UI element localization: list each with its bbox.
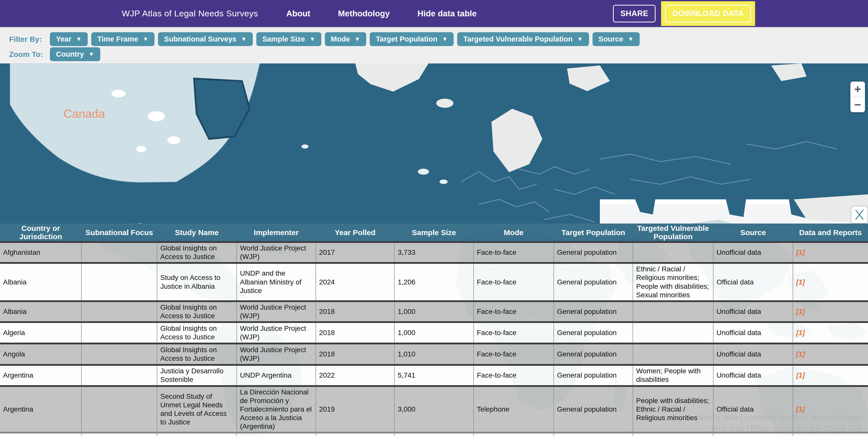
cell-tvp: [633, 301, 713, 322]
zoom-to-country-dropdown[interactable]: Country▼: [50, 47, 100, 61]
map-zoom-in-button[interactable]: +: [850, 81, 865, 97]
cell-year: 2018: [316, 344, 395, 365]
table-row: ArgentinaJusticia y Desarrollo Sostenibl…: [0, 365, 868, 386]
nav-methodology[interactable]: Methodology: [338, 9, 390, 19]
download-data-button[interactable]: DOWNLOAD DATA: [665, 5, 751, 23]
chevron-down-icon: ▼: [89, 52, 94, 57]
filter-bar: Filter By: Year▼ Time Frame▼ Subnational…: [0, 28, 868, 63]
cell-sample: 1,010: [395, 344, 473, 365]
chevron-down-icon: ▼: [76, 36, 82, 42]
cell-source: Unofficial data: [713, 322, 793, 344]
close-icon: [855, 209, 864, 221]
filter-targeted-vulnerable-population-dropdown[interactable]: Targeted Vulnerable Population▼: [457, 32, 589, 46]
report-link[interactable]: [1]: [796, 278, 805, 286]
cell-study: Global Insights on Access to Justice: [157, 322, 237, 344]
cell-year: 2019: [316, 386, 395, 433]
report-link[interactable]: [1]: [796, 248, 805, 256]
cell-country: Argentina: [0, 365, 82, 386]
table-row: AlgeriaGlobal Insights on Access to Just…: [0, 322, 868, 344]
cell-mode: Telephone: [473, 386, 554, 433]
col-source: Source: [713, 224, 793, 242]
cell-subnational: [82, 386, 157, 433]
filter-sample-size-dropdown[interactable]: Sample Size▼: [256, 32, 321, 46]
cell-subnational: [82, 301, 157, 322]
cell-report: [1]: [793, 433, 868, 436]
cell-report: [1]: [793, 301, 868, 322]
cell-source: Official data: [713, 386, 793, 433]
filter-target-population-dropdown[interactable]: Target Population▼: [370, 32, 454, 46]
cell-target: General population: [554, 322, 633, 344]
report-link[interactable]: [1]: [796, 329, 805, 337]
cell-target: General population: [554, 263, 633, 301]
cell-implementer: La Dirección Nacional de Promoción y For…: [237, 386, 316, 433]
cell-source: Unofficial data: [713, 242, 793, 263]
share-button[interactable]: SHARE: [613, 5, 655, 23]
cell-country: Albania: [0, 301, 82, 322]
report-link[interactable]: [1]: [796, 308, 805, 315]
chevron-down-icon: ▼: [577, 36, 583, 42]
col-subnational-focus: Subnational Focus: [82, 224, 157, 242]
cell-report: [1]: [793, 263, 868, 301]
cell-study: Global Insights on Access to Justice: [157, 242, 237, 263]
app-header: WJP Atlas of Legal Needs Surveys About M…: [0, 0, 868, 28]
chevron-down-icon: ▼: [442, 36, 448, 42]
col-sample-size: Sample Size: [395, 224, 473, 242]
table-row: AfghanistanGlobal Insights on Access to …: [0, 242, 868, 263]
cell-source: Unofficial data: [713, 344, 793, 365]
close-table-button[interactable]: [851, 206, 868, 224]
table-row: AlbaniaStudy on Access to Justice in Alb…: [0, 263, 868, 301]
cell-mode: Face-to-face: [473, 433, 554, 436]
cell-mode: Face-to-face: [473, 344, 554, 365]
app-title: WJP Atlas of Legal Needs Surveys: [122, 8, 258, 19]
table-row: ArgentinaAccess to Justice and Condition…: [0, 433, 868, 436]
cell-tvp: [633, 322, 713, 344]
cell-mode: Face-to-face: [473, 301, 554, 322]
surveys-table: Country or Jurisdiction Subnational Focu…: [0, 224, 868, 436]
cell-report: [1]: [793, 386, 868, 433]
cell-country: Angola: [0, 344, 82, 365]
cell-target: General population: [554, 301, 633, 322]
app-window: Canada + − WJP Atlas of Legal Needs Surv…: [0, 0, 868, 436]
map-zoom-control: + −: [850, 81, 865, 112]
cell-tvp: Ethnic / Racial / Religious minorities; …: [633, 263, 713, 301]
cell-target: General population: [554, 242, 633, 263]
report-link[interactable]: [1]: [796, 350, 805, 358]
filter-subnational-dropdown[interactable]: Subnational Surveys▼: [158, 32, 253, 46]
cell-report: [1]: [793, 242, 868, 263]
report-link[interactable]: [1]: [796, 405, 805, 413]
header-buttons: SHARE DOWNLOAD DATA: [613, 1, 755, 26]
filter-year-dropdown[interactable]: Year▼: [50, 32, 88, 46]
cell-tvp: Women: [633, 433, 713, 436]
cell-study: Justicia y Desarrollo Sostenible: [157, 365, 237, 386]
download-highlight-box: DOWNLOAD DATA: [661, 1, 755, 26]
cell-study: Second Study of Unmet Legal Needs and Le…: [157, 386, 237, 433]
cell-sample: 5,741: [395, 365, 473, 386]
cell-tvp: People with disabilities; Ethnic / Racia…: [633, 386, 713, 433]
cell-study: Study on Access to Justice in Albania: [157, 263, 237, 301]
col-targeted-vulnerable-population: Targeted Vulnerable Population: [633, 224, 713, 242]
table-row: AlbaniaGlobal Insights on Access to Just…: [0, 301, 868, 322]
report-link[interactable]: [1]: [796, 371, 805, 379]
cell-mode: Face-to-face: [473, 242, 554, 263]
filter-mode-dropdown[interactable]: Mode▼: [325, 32, 366, 46]
cell-tvp: [633, 242, 713, 263]
filter-source-dropdown[interactable]: Source▼: [592, 32, 640, 46]
col-year-polled: Year Polled: [316, 224, 395, 242]
zoom-to-label: Zoom To:: [9, 50, 48, 59]
cell-implementer: UNDP and the Albanian Ministry of Justic…: [237, 263, 316, 301]
cell-source: Official data: [713, 433, 793, 436]
col-target-population: Target Population: [554, 224, 633, 242]
cell-year: 2019: [316, 433, 395, 436]
cell-year: 2018: [316, 301, 395, 322]
cell-subnational: [82, 365, 157, 386]
chevron-down-icon: ▼: [354, 36, 360, 42]
map-zoom-out-button[interactable]: −: [850, 97, 865, 112]
cell-tvp: Women; People with disabilities: [633, 365, 713, 386]
filter-time-frame-dropdown[interactable]: Time Frame▼: [91, 32, 155, 46]
cell-sample: 3,733: [395, 242, 473, 263]
cell-subnational: [82, 433, 157, 436]
cell-target: General population: [554, 365, 633, 386]
map-country-label-canada: Canada: [63, 107, 105, 121]
nav-hide-data-table[interactable]: Hide data table: [417, 9, 476, 19]
nav-about[interactable]: About: [286, 9, 310, 19]
